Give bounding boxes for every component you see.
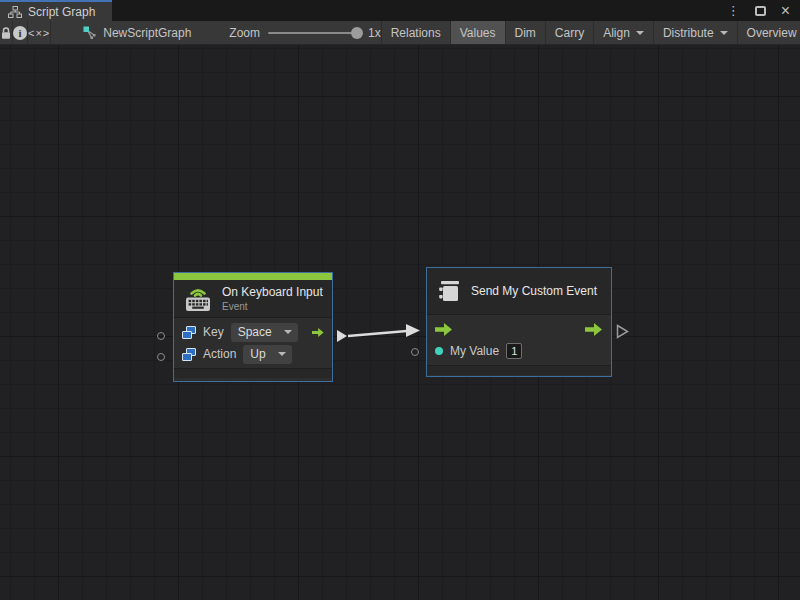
object-type-icon (182, 326, 196, 339)
flow-output-connected-port[interactable] (337, 330, 347, 342)
my-value-port-circle[interactable] (411, 348, 419, 356)
zoom-control: Zoom 1x (229, 21, 380, 44)
graph-toolbar: <×> NewScriptGraph Zoom 1x Relations Val… (0, 21, 800, 45)
node-title: Send My Custom Event (471, 284, 597, 298)
chevron-down-icon (278, 352, 286, 356)
node-header: On Keyboard Input Event (174, 280, 332, 317)
graph-breadcrumb[interactable]: NewScriptGraph (73, 21, 201, 44)
port-row-my-value: My Value 1 (427, 340, 611, 362)
zoom-level: 1x (368, 26, 381, 40)
action-port-circle[interactable] (157, 353, 165, 361)
value-port-icon[interactable] (435, 347, 443, 355)
my-value-input[interactable]: 1 (506, 343, 522, 359)
node-accent-bar (174, 273, 332, 280)
dim-toggle[interactable]: Dim (506, 21, 546, 44)
flow-output-arrow-icon[interactable] (585, 323, 603, 336)
chevron-down-icon (720, 31, 728, 35)
script-graph-asset-icon (83, 26, 96, 39)
port-label: Action (203, 347, 236, 361)
info-icon (13, 26, 27, 40)
tab-bar: Script Graph ⋮ × (0, 0, 800, 21)
flow-connection-wire[interactable] (0, 45, 800, 600)
flow-output-arrow-icon[interactable] (312, 326, 324, 339)
node-header: Send My Custom Event (427, 268, 611, 314)
graph-name: NewScriptGraph (103, 26, 191, 40)
object-type-icon (182, 348, 196, 361)
keyboard-event-icon (183, 286, 213, 312)
window-controls: ⋮ × (727, 0, 800, 21)
port-row-flow (427, 318, 611, 340)
node-title: On Keyboard Input (222, 285, 323, 299)
port-label: My Value (450, 344, 499, 358)
carry-toggle[interactable]: Carry (546, 21, 594, 44)
chevron-down-icon (284, 330, 292, 334)
node-footer (174, 369, 332, 378)
overview-button[interactable]: Overview (738, 21, 800, 44)
key-port-circle[interactable] (157, 332, 165, 340)
unity-script-graph-window: Script Graph ⋮ × <×> (0, 0, 800, 600)
node-footer (427, 366, 611, 375)
node-ports: Key Space Action Up (174, 317, 332, 369)
relations-toggle[interactable]: Relations (381, 21, 451, 44)
code-icon: <×> (28, 27, 50, 39)
node-subtitle: Event (222, 301, 323, 312)
graph-canvas[interactable]: On Keyboard Input Event Key Space (0, 45, 800, 600)
action-dropdown[interactable]: Up (243, 345, 291, 364)
custom-event-icon (436, 278, 462, 304)
values-toggle[interactable]: Values (451, 21, 506, 44)
port-row-action: Action Up (174, 343, 332, 365)
node-on-keyboard-input[interactable]: On Keyboard Input Event Key Space (173, 272, 333, 382)
lock-icon (0, 26, 12, 40)
port-row-key: Key Space (174, 321, 332, 343)
port-label: Key (203, 325, 224, 339)
flow-input-arrow-icon[interactable] (435, 323, 453, 336)
menu-icon[interactable]: ⋮ (727, 4, 740, 17)
info-button[interactable] (13, 21, 28, 44)
close-icon[interactable]: × (781, 3, 790, 19)
chevron-down-icon (636, 31, 644, 35)
toolbar-toggles: Relations Values Dim Carry Align Distrib… (381, 21, 800, 44)
graph-hierarchy-icon (8, 6, 22, 18)
tab-title: Script Graph (28, 5, 95, 19)
lock-button[interactable] (0, 21, 13, 44)
code-view-button[interactable]: <×> (28, 21, 51, 44)
distribute-dropdown-button[interactable]: Distribute (654, 21, 738, 44)
tab-script-graph[interactable]: Script Graph (0, 0, 112, 21)
align-dropdown-button[interactable]: Align (594, 21, 654, 44)
key-dropdown[interactable]: Space (231, 323, 298, 342)
maximize-icon[interactable] (755, 6, 766, 16)
zoom-slider-handle[interactable] (351, 27, 363, 39)
flow-output-open-port[interactable] (616, 324, 629, 339)
node-ports: My Value 1 (427, 314, 611, 366)
zoom-label: Zoom (229, 26, 260, 40)
node-send-my-custom-event[interactable]: Send My Custom Event My Value 1 (426, 267, 612, 377)
zoom-slider[interactable] (268, 32, 360, 34)
